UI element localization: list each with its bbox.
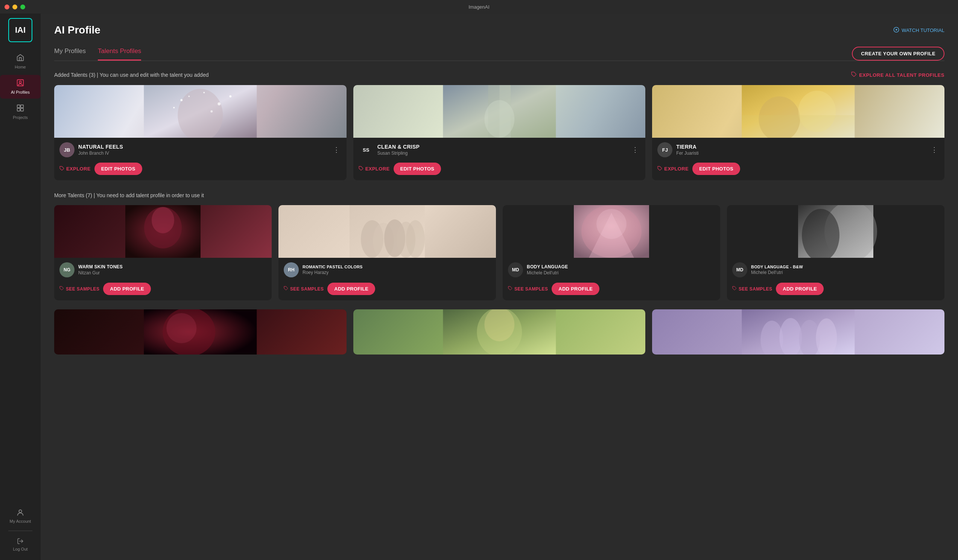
card-author-body-language: Michele Dell'utri (527, 270, 715, 276)
card-info-body-language-bw: MD BODY LANGUAGE - B&W Michele Dell'utri (727, 258, 944, 280)
add-body-language-button[interactable]: ADD PROFILE (552, 282, 600, 295)
tag-icon-explore (59, 166, 64, 172)
tab-talents-profiles[interactable]: Talents Profiles (98, 48, 141, 60)
sidebar-item-projects[interactable]: Projects (0, 100, 41, 124)
tag-icon-samples4 (732, 286, 737, 292)
titlebar: ImagenAI (0, 0, 958, 14)
edit-tierra-button[interactable]: EDIT PHOTOS (692, 163, 740, 175)
see-samples-romantic-pastel-button[interactable]: SEE SAMPLES (284, 286, 324, 292)
explore-all-label: EXPLORE ALL TALENT PROFILES (859, 72, 944, 78)
card-text-romantic-pastel: ROMANTIC PASTEL COLORS Roey Harazy (303, 265, 491, 275)
explore-all-link[interactable]: EXPLORE ALL TALENT PROFILES (851, 71, 944, 78)
sidebar-item-projects-label: Projects (13, 115, 28, 120)
sidebar-item-ai-profiles[interactable]: AI Profiles (0, 75, 41, 98)
card-menu-clean-crisp[interactable]: ⋮ (630, 144, 640, 155)
tab-my-profiles[interactable]: My Profiles (54, 48, 86, 60)
window-controls (5, 5, 25, 10)
card-natural-feels: JB NATURAL FEELS John Branch IV ⋮ (54, 85, 347, 180)
tag-icon-samples2 (284, 286, 288, 292)
logout-icon (17, 538, 24, 545)
tabs: My Profiles Talents Profiles (54, 48, 141, 60)
app-body: IAI Home (0, 14, 958, 560)
bottom-card-1-image (54, 309, 347, 355)
watch-tutorial-label: WATCH TUTORIAL (902, 27, 944, 33)
page-title: AI Profile (54, 24, 100, 36)
home-icon (16, 54, 24, 63)
avatar-tierra: FJ (657, 142, 673, 157)
more-section-header: More Talents (7) | You need to add talen… (54, 192, 944, 198)
see-samples-warm-skin-button[interactable]: SEE SAMPLES (59, 286, 99, 292)
logout-item[interactable]: Log Out (0, 536, 41, 554)
svg-rect-5 (21, 108, 23, 111)
card-warm-skin-tones: NG WARM SKIN TONES Nitzan Gur (54, 205, 272, 300)
card-tierra: FJ TIERRA Fer Juaristi ⋮ (652, 85, 944, 180)
ai-profiles-icon (16, 79, 24, 89)
card-name-clean-crisp: CLEAN & CRISP (377, 144, 627, 150)
sidebar-item-home[interactable]: Home (0, 50, 41, 73)
more-cards-grid: NG WARM SKIN TONES Nitzan Gur (54, 205, 944, 300)
card-image-warm-skin-tones (54, 205, 272, 258)
card-image-clean-crisp (353, 85, 646, 138)
card-author-romantic-pastel: Roey Harazy (303, 270, 491, 275)
minimize-button[interactable] (13, 5, 17, 10)
svg-point-13 (180, 99, 182, 101)
more-section-label: More Talents (7) | You need to add talen… (54, 192, 204, 198)
svg-point-16 (173, 107, 174, 108)
card-name-tierra: TIERRA (676, 144, 926, 150)
card-info-tierra: FJ TIERRA Fer Juaristi ⋮ (652, 138, 944, 160)
add-romantic-pastel-button[interactable]: ADD PROFILE (327, 282, 375, 295)
card-author-clean-crisp: Susan Stripling (377, 151, 627, 156)
svg-rect-3 (21, 105, 23, 108)
edit-natural-feels-button[interactable]: EDIT PHOTOS (94, 163, 142, 175)
explore-tierra-button[interactable]: EXPLORE (657, 166, 688, 172)
card-image-body-language-bw (727, 205, 944, 258)
sidebar: IAI Home (0, 14, 41, 560)
card-image-natural-feels (54, 85, 347, 138)
bottom-cards-grid (54, 309, 944, 355)
card-name-body-language: BODY LANGUAGE (527, 264, 715, 270)
card-image-romantic-pastel (278, 205, 496, 258)
avatar-clean-crisp: SS (358, 142, 374, 157)
card-info-body-language: MD BODY LANGUAGE Michele Dell'utri (503, 258, 720, 280)
edit-clean-crisp-button[interactable]: EDIT PHOTOS (393, 163, 441, 175)
bottom-card-3 (652, 309, 944, 355)
my-account-item[interactable]: My Account (0, 506, 41, 526)
card-info-clean-crisp: SS CLEAN & CRISP Susan Stripling ⋮ (353, 138, 646, 160)
bottom-card-2 (353, 309, 646, 355)
svg-rect-4 (17, 108, 20, 111)
add-warm-skin-tones-button[interactable]: ADD PROFILE (103, 282, 151, 295)
sidebar-nav: Home AI Profiles (0, 50, 41, 506)
card-menu-natural-feels[interactable]: ⋮ (331, 144, 341, 155)
tag-icon-samples3 (508, 286, 512, 292)
explore-clean-crisp-button[interactable]: EXPLORE (358, 166, 390, 172)
card-menu-tierra[interactable]: ⋮ (929, 144, 939, 155)
see-samples-body-language-bw-button[interactable]: SEE SAMPLES (732, 286, 772, 292)
page-header: AI Profile WATCH TUTORIAL (54, 24, 944, 36)
svg-point-40 (406, 220, 425, 258)
card-clean-crisp: SS CLEAN & CRISP Susan Stripling ⋮ (353, 85, 646, 180)
watch-tutorial-link[interactable]: WATCH TUTORIAL (893, 27, 944, 34)
card-name-romantic-pastel: ROMANTIC PASTEL COLORS (303, 265, 491, 269)
card-author-body-language-bw: Michele Dell'utri (751, 270, 939, 275)
card-info-romantic-pastel: RH ROMANTIC PASTEL COLORS Roey Harazy (278, 258, 496, 280)
explore-natural-feels-button[interactable]: EXPLORE (59, 166, 91, 172)
svg-point-53 (166, 313, 197, 343)
card-author-tierra: Fer Juaristi (676, 151, 926, 156)
see-samples-body-language-button[interactable]: SEE SAMPLES (508, 286, 548, 292)
avatar-natural-feels: JB (59, 142, 75, 157)
logout-label: Log Out (13, 547, 27, 552)
card-text-warm-skin-tones: WARM SKIN TONES Nitzan Gur (78, 264, 266, 276)
main-content: AI Profile WATCH TUTORIAL My Profiles Ta… (41, 14, 958, 560)
create-profile-button[interactable]: CREATE YOUR OWN PROFILE (852, 47, 944, 60)
avatar-body-language: MD (508, 262, 523, 278)
card-text-tierra: TIERRA Fer Juaristi (676, 144, 926, 156)
tag-icon (851, 71, 857, 78)
avatar-body-language-bw: MD (732, 262, 747, 278)
close-button[interactable] (5, 5, 10, 10)
svg-point-15 (217, 102, 220, 105)
maximize-button[interactable] (20, 5, 25, 10)
bottom-card-3-image (652, 309, 944, 355)
svg-point-24 (484, 100, 514, 138)
add-body-language-bw-button[interactable]: ADD PROFILE (776, 282, 824, 295)
sidebar-bottom: My Account Log Out (0, 506, 41, 560)
